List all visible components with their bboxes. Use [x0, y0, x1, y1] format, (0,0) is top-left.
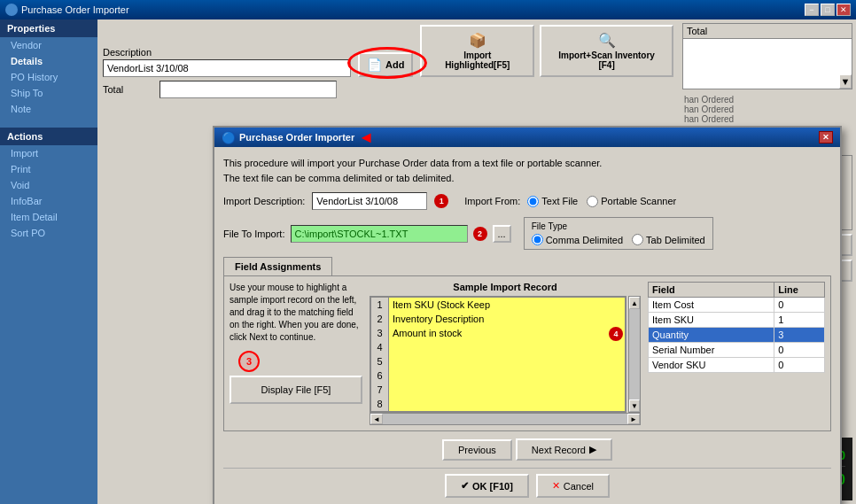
dialog-title-text: Purchase Order Importer — [239, 132, 354, 143]
field-assignments-area: Use your mouse to highlight a sample imp… — [223, 275, 831, 431]
field-col-header: Field — [649, 283, 774, 298]
field-name: Serial Number — [649, 343, 774, 358]
line-col-header: Line — [774, 283, 825, 298]
sample-cell-highlighted: Amount in stock 4 — [389, 326, 626, 340]
ok-button[interactable]: ✔ OK [F10] — [445, 474, 529, 498]
sidebar-item-infobar[interactable]: InfoBar — [0, 193, 97, 209]
total-input[interactable] — [160, 81, 337, 98]
warning-1: han Ordered — [684, 95, 851, 105]
hscroll-track — [383, 414, 627, 424]
scroll-down-btn[interactable]: ▼ — [629, 399, 640, 412]
next-record-button[interactable]: Next Record ▶ — [516, 438, 612, 461]
sidebar-item-details[interactable]: Details — [0, 53, 97, 69]
import-dialog: 🔵 Purchase Order Importer ◄ ✕ This proce… — [213, 126, 842, 504]
field-table-header: Field Line — [649, 283, 825, 298]
sample-table-container: 1 Item SKU (Stock Keep 2 Inventory Descr… — [370, 296, 626, 413]
file-path-input[interactable] — [291, 225, 468, 243]
horiz-scrollbar[interactable]: ◄ ► — [370, 413, 641, 425]
field-row[interactable]: Vendor SKU 0 — [649, 358, 825, 373]
field-row[interactable]: Item SKU 1 — [649, 313, 825, 328]
total-scroll-btn[interactable]: ▼ — [839, 74, 852, 89]
field-name: Item SKU — [649, 313, 774, 328]
table-row[interactable]: 3 Amount in stock 4 — [371, 326, 626, 340]
sidebar-item-ship-to[interactable]: Ship To — [0, 85, 97, 101]
sidebar: Properties Vendor Details PO History Shi… — [0, 19, 97, 504]
browse-button[interactable]: ... — [493, 225, 511, 243]
tab-bar: Field Assignments — [223, 257, 831, 275]
field-row[interactable]: Item Cost 0 — [649, 298, 825, 313]
badge-1: 1 — [434, 194, 448, 208]
field-row[interactable]: Serial Number 0 — [649, 343, 825, 358]
dialog-close-btn[interactable]: ✕ — [819, 131, 833, 143]
x-icon: ✕ — [552, 480, 560, 492]
field-name: Vendor SKU — [649, 358, 774, 373]
minimize-button[interactable]: − — [805, 4, 819, 16]
field-line: 0 — [774, 343, 825, 358]
main-window: Purchase Order Importer − □ ✕ Properties… — [0, 0, 856, 504]
field-instructions: Use your mouse to highlight a sample imp… — [230, 282, 362, 425]
window-controls: − □ ✕ — [805, 4, 851, 16]
file-type-title: File Type — [532, 221, 705, 231]
warnings-area: han Ordered han Ordered han Ordered — [682, 93, 852, 126]
import-desc-input[interactable] — [312, 192, 427, 210]
import-desc-label: Import Description: — [223, 196, 305, 206]
field-line: 0 — [774, 298, 825, 313]
field-line: 3 — [774, 328, 825, 343]
warning-2: han Ordered — [684, 105, 851, 114]
total-list[interactable] — [683, 39, 852, 74]
sample-cell: Item SKU (Stock Keep — [389, 298, 626, 313]
table-row: 8 — [371, 397, 626, 412]
scroll-track — [629, 309, 640, 399]
total-section-title: Total — [683, 24, 852, 39]
description-input[interactable] — [103, 59, 351, 77]
scroll-right-btn[interactable]: ► — [627, 414, 640, 424]
add-button[interactable]: 📄 Add — [358, 52, 413, 77]
cancel-button[interactable]: ✕ Cancel — [536, 474, 610, 498]
total-section: Total ▼ — [682, 23, 852, 89]
dialog-body: This procedure will import your Purchase… — [214, 147, 840, 504]
field-name: Item Cost — [649, 298, 774, 313]
sidebar-item-item-detail[interactable]: Item Detail — [0, 209, 97, 225]
description-label: Description — [103, 47, 351, 58]
file-label: File To Import: — [223, 229, 285, 239]
table-row: 2 Inventory Description — [371, 312, 626, 326]
sample-scrollbar[interactable]: ▲ ▼ — [628, 296, 641, 413]
field-line: 0 — [774, 358, 825, 373]
actions-title: Actions — [0, 128, 97, 145]
file-row: File To Import: 2 ... File Type Comma De… — [223, 217, 831, 250]
sidebar-item-import[interactable]: Import — [0, 145, 97, 161]
table-row: 1 Item SKU (Stock Keep — [371, 298, 626, 313]
sidebar-item-sort-po[interactable]: Sort PO — [0, 225, 97, 241]
sidebar-item-void[interactable]: Void — [0, 177, 97, 193]
display-file-button[interactable]: Display File [F5] — [230, 376, 362, 404]
radio-scanner[interactable]: Portable Scanner — [587, 196, 676, 207]
table-row: 4 — [371, 340, 626, 354]
maximize-button[interactable]: □ — [821, 4, 835, 16]
sidebar-item-print[interactable]: Print — [0, 161, 97, 177]
sample-table: 1 Item SKU (Stock Keep 2 Inventory Descr… — [370, 297, 626, 412]
sidebar-item-note[interactable]: Note — [0, 101, 97, 117]
close-button[interactable]: ✕ — [837, 4, 851, 16]
import-scan-button[interactable]: 🔍 Import+Scan Inventory [F4] — [540, 25, 673, 77]
scroll-left-btn[interactable]: ◄ — [370, 414, 383, 424]
sidebar-item-po-history[interactable]: PO History — [0, 69, 97, 85]
import-highlighted-button[interactable]: 📦 Import Highlighted[F5] — [420, 25, 534, 77]
total-label: Total — [103, 84, 156, 95]
sidebar-item-vendor[interactable]: Vendor — [0, 37, 97, 53]
tab-field-assignments[interactable]: Field Assignments — [223, 257, 332, 275]
radio-comma[interactable]: Comma Delimited — [532, 234, 623, 245]
import-icon: 📦 — [469, 32, 486, 49]
sample-cell: Inventory Description — [389, 312, 626, 326]
radio-text-file[interactable]: Text File — [527, 196, 578, 207]
badge-3: 3 — [238, 351, 260, 372]
arrow-indicator: ◄ — [358, 128, 374, 147]
field-row-selected[interactable]: Quantity 3 — [649, 328, 825, 343]
scan-icon: 🔍 — [598, 32, 616, 49]
scroll-up-btn[interactable]: ▲ — [629, 297, 640, 309]
field-line: 1 — [774, 313, 825, 328]
radio-tab[interactable]: Tab Delimited — [632, 234, 705, 245]
previous-button[interactable]: Previous — [442, 439, 512, 461]
app-titlebar: Purchase Order Importer − □ ✕ — [0, 0, 856, 19]
app-icon — [5, 4, 18, 16]
table-row: 6 — [371, 368, 626, 383]
